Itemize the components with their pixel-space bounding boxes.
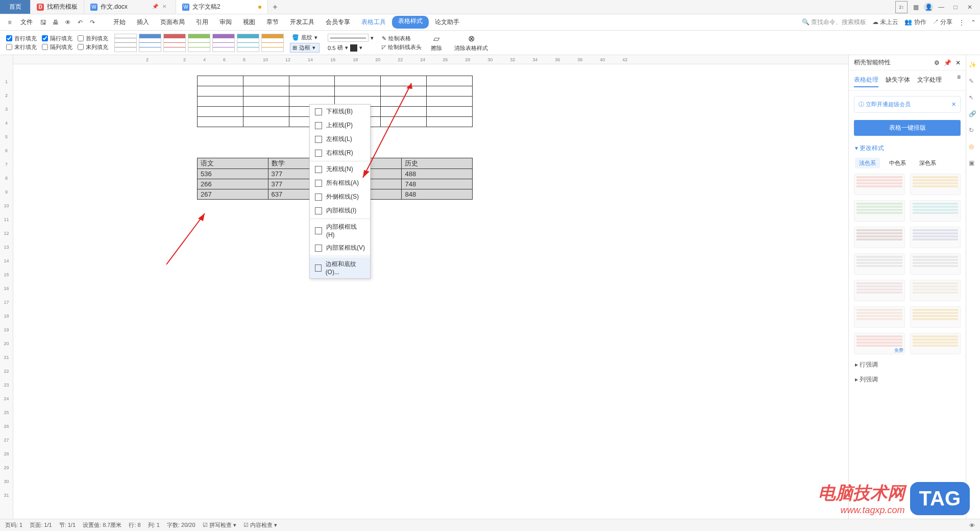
sb-pages[interactable]: 页面: 1/1 — [30, 521, 52, 529]
view-icon[interactable]: 👁 — [969, 522, 975, 528]
col-emphasis-section[interactable]: ▸ 列强调 — [849, 372, 966, 387]
border-menu-item[interactable]: 内部框线(I) — [310, 204, 370, 218]
change-style-section[interactable]: ▾ 更改样式 — [849, 141, 966, 156]
erase-button[interactable]: ▱擦除 — [428, 33, 445, 53]
table-cell[interactable]: 748 — [402, 179, 473, 189]
pencil-icon[interactable]: ✎ — [969, 78, 978, 87]
style-preset[interactable] — [854, 306, 905, 328]
menu-tab-view[interactable]: 视图 — [238, 16, 260, 29]
rp-tab-fonts[interactable]: 缺失字体 — [886, 74, 910, 87]
rp-tab-table[interactable]: 表格处理 — [854, 74, 878, 87]
pin-icon[interactable]: 📌 — [944, 59, 951, 66]
menu-tab-layout[interactable]: 页面布局 — [155, 16, 190, 29]
promo-banner[interactable]: ⓘ 立即开通超级会员 ✕ — [854, 96, 961, 113]
close-icon[interactable]: ✕ — [964, 1, 976, 13]
border-menu-item[interactable]: 所有框线(A) — [310, 176, 370, 190]
tab-doc2[interactable]: W 文字文稿2 — [176, 0, 268, 14]
print-icon[interactable]: 🖶 — [50, 17, 61, 28]
table-header[interactable]: 语文 — [198, 158, 268, 169]
minimize-icon[interactable]: — — [935, 1, 947, 13]
auto-layout-button[interactable]: 表格一键排版 — [854, 120, 961, 136]
sb-section[interactable]: 节: 1/1 — [59, 521, 76, 529]
close-icon[interactable]: ✕ — [955, 59, 961, 66]
tab-doc1[interactable]: W 作文.docx 📌 ✕ — [84, 0, 176, 14]
collapse-icon[interactable]: ⌃ — [971, 19, 976, 26]
search-hint[interactable]: 🔍 查找命令、搜索模板 — [802, 18, 866, 27]
avatar-icon[interactable]: 👤 — [924, 3, 933, 12]
collab-button[interactable]: 👥 协作 — [904, 18, 926, 27]
check-last-col[interactable]: 末列填充 — [78, 43, 108, 51]
check-last-row[interactable]: 末行填充 — [6, 43, 37, 51]
style-preset[interactable] — [910, 306, 961, 328]
menu-tab-dev[interactable]: 开发工具 — [285, 16, 320, 29]
table-cell[interactable]: 536 — [198, 169, 268, 179]
color-tab-dark[interactable]: 深色系 — [915, 158, 940, 168]
border-dropdown[interactable]: ⊞边框 ▾ — [290, 43, 320, 53]
border-menu-item[interactable]: 右框线(R) — [310, 146, 370, 160]
color-tab-light[interactable]: 浅色系 — [855, 158, 880, 168]
image-icon[interactable]: ▣ — [969, 159, 978, 168]
color-swatch[interactable] — [350, 44, 357, 52]
style-preset[interactable] — [910, 253, 961, 275]
check-first-col[interactable]: 首列填充 — [78, 35, 108, 42]
sb-col[interactable]: 列: 1 — [148, 521, 160, 529]
menu-icon[interactable]: ≡ — [4, 17, 15, 28]
menu-tab-table-style[interactable]: 表格样式 — [392, 16, 429, 29]
border-menu-item[interactable]: 边框和底纹(O)... — [310, 257, 370, 278]
style-preset[interactable] — [854, 227, 905, 248]
tab-pin-icon[interactable]: 📌 — [152, 4, 159, 11]
draw-table-button[interactable]: ✎绘制表格 — [382, 35, 422, 42]
style-preset[interactable] — [854, 200, 905, 222]
style-preset[interactable] — [854, 174, 905, 195]
style-preset[interactable] — [854, 280, 905, 301]
refresh-icon[interactable]: ↻ — [969, 127, 978, 136]
menu-tab-insert[interactable]: 插入 — [132, 16, 154, 29]
color-tab-medium[interactable]: 中色系 — [885, 158, 910, 168]
check-alt-col[interactable]: 隔列填充 — [42, 43, 72, 51]
preview-icon[interactable]: 👁 — [62, 17, 74, 28]
menu-tab-chapter[interactable]: 章节 — [261, 16, 284, 29]
magic-icon[interactable]: ✨ — [969, 61, 978, 70]
grid-icon[interactable]: 2↕ — [895, 1, 908, 13]
menu-tab-member[interactable]: 会员专享 — [321, 16, 355, 29]
table-header[interactable]: 历史 — [402, 158, 473, 169]
close-icon[interactable]: ✕ — [162, 4, 169, 11]
target-icon[interactable]: ◎ — [969, 143, 978, 152]
close-icon[interactable]: ✕ — [951, 101, 956, 108]
tab-add[interactable]: + — [268, 0, 282, 14]
table-style-gallery[interactable] — [114, 34, 284, 52]
menu-tab-thesis[interactable]: 论文助手 — [430, 16, 464, 29]
apps-icon[interactable]: ▦ — [910, 1, 922, 13]
shading-dropdown[interactable]: 🪣底纹 ▾ — [290, 33, 320, 42]
canvas[interactable]: 224681012141618202224262830323436384042 … — [13, 55, 848, 519]
check-alt-row[interactable]: 隔行填充 — [42, 35, 72, 42]
rp-tab-text[interactable]: 文字处理 — [917, 74, 942, 87]
tab-home[interactable]: 首页 — [0, 0, 31, 14]
menu-tab-table-tools[interactable]: 表格工具 — [356, 16, 391, 29]
line-style-dropdown[interactable]: ▾ — [326, 33, 376, 42]
style-preset[interactable] — [910, 174, 961, 195]
link-icon[interactable]: 🔗 — [969, 110, 978, 119]
more-icon[interactable]: ⋮ — [959, 19, 965, 26]
save-icon[interactable]: 🖫 — [38, 17, 49, 28]
sb-row[interactable]: 行: 8 — [129, 521, 140, 529]
share-button[interactable]: ↗ 分享 — [933, 18, 952, 27]
style-preset[interactable]: 免费 — [854, 333, 905, 354]
maximize-icon[interactable]: □ — [949, 1, 962, 13]
cursor-icon[interactable]: ↖ — [969, 94, 978, 103]
table-cell[interactable]: 266 — [198, 179, 268, 189]
border-menu-item[interactable]: 左框线(L) — [310, 132, 370, 146]
file-menu[interactable]: 文件 — [16, 17, 37, 28]
sb-content[interactable]: ☑ 内容检查 ▾ — [243, 521, 277, 529]
tab-template[interactable]: D 找稻壳模板 — [31, 0, 84, 14]
style-preset[interactable] — [910, 200, 961, 222]
border-menu-item[interactable]: 内部横框线(H) — [310, 220, 370, 241]
style-preset[interactable] — [854, 253, 905, 275]
menu-tab-ref[interactable]: 引用 — [191, 16, 213, 29]
sb-page[interactable]: 页码: 1 — [5, 521, 22, 529]
line-width[interactable]: 0.5 磅 ▾ ▾ — [326, 43, 376, 52]
style-preset[interactable] — [910, 280, 961, 301]
check-first-row[interactable]: 首行填充 — [6, 35, 37, 42]
menu-icon[interactable]: ≡ — [957, 74, 961, 87]
border-menu-item[interactable]: 无框线(N) — [310, 162, 370, 176]
